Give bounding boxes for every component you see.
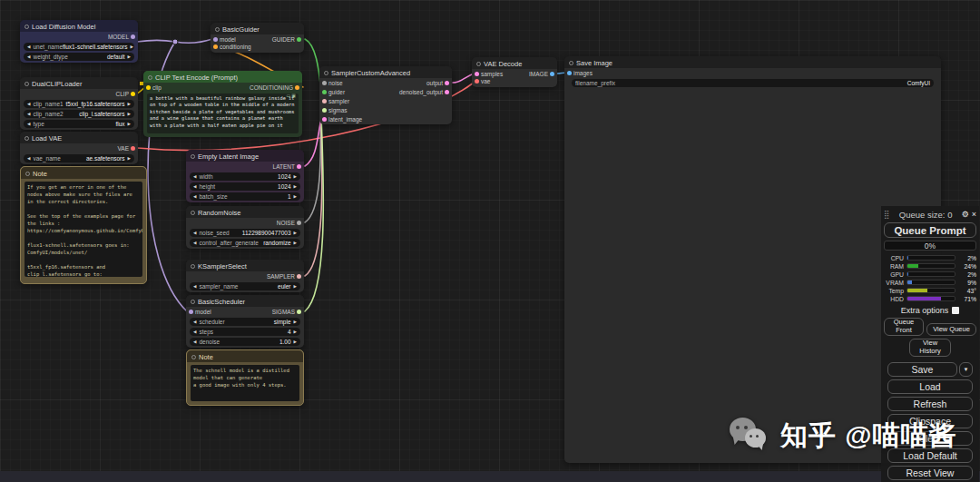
collapse-dot-icon[interactable] [324,71,328,75]
note-textarea[interactable]: The schnell model is a distilled model t… [191,365,299,401]
refresh-button[interactable]: Refresh [887,397,973,411]
increment-arrow-icon[interactable]: ▶ [131,44,133,49]
sampler-slot-dot[interactable] [322,99,327,103]
decrement-arrow-icon[interactable]: ◀ [193,330,196,334]
output-slot-vae[interactable]: VAE [117,145,135,152]
image-slot-dot[interactable] [550,72,554,76]
save-dropdown-button[interactable]: ▼ [959,362,973,377]
input-slot-noise[interactable]: noise [322,80,343,86]
collapse-dot-icon[interactable] [215,27,220,32]
queue-front-button[interactable]: Queue Front [884,318,924,336]
clear-button[interactable]: Clear [887,431,973,446]
decrement-arrow-icon[interactable]: ◀ [27,54,30,59]
decrement-arrow-icon[interactable]: ◀ [193,339,196,344]
increment-arrow-icon[interactable]: ▶ [294,339,297,344]
output-slot-output[interactable]: output [426,80,449,86]
node-title-bar[interactable]: CLIP Text Encode (Prompt) [143,71,302,83]
note-textarea[interactable]: If you get an error in one of the nodes … [24,182,142,277]
comfyui-canvas[interactable]: Load Diffusion Model MODEL ◀ unet_name f… [0,0,980,482]
collapse-dot-icon[interactable] [24,136,29,141]
decrement-arrow-icon[interactable]: ◀ [193,241,196,245]
node-note-models[interactable]: Note If you get an error in one of the n… [20,166,147,284]
input-slot-images[interactable]: images [567,70,593,76]
input-slot-samples[interactable]: samples [475,71,503,77]
node-title-bar[interactable]: Note [187,350,303,362]
clip-name2-widget[interactable]: ◀ clip_name2 clip_l.safetensors ▶ [24,110,134,118]
height-widget[interactable]: ◀ height 1024 ▶ [190,182,300,191]
input-slot-guider[interactable]: guider [322,89,345,95]
input-slot-model[interactable]: model [213,36,236,43]
clipspace-button[interactable]: Clipspace [887,414,973,428]
noise-slot-dot[interactable] [322,81,327,85]
node-dual-clip-loader[interactable]: DualCLIPLoader CLIP ◀ clip_name1 t5xxl_f… [20,77,138,130]
decrement-arrow-icon[interactable]: ◀ [27,122,30,126]
decrement-arrow-icon[interactable]: ◀ [27,102,30,106]
output-slot-dot[interactable] [445,81,449,85]
unet-name-widget[interactable]: ◀ unet_name flux1-schnell.safetensors ▶ [24,43,134,51]
input-slot-conditioning[interactable]: conditioning [213,44,251,50]
decrement-arrow-icon[interactable]: ◀ [193,184,196,189]
collapse-dot-icon[interactable] [191,264,195,269]
collapse-dot-icon[interactable] [148,75,152,80]
clip-slot-dot[interactable] [131,92,135,96]
vae-slot-dot[interactable] [131,146,135,151]
view-queue-button[interactable]: View Queue [926,323,976,336]
type-widget[interactable]: ◀ type flux ▶ [24,120,134,128]
collapse-dot-icon[interactable] [191,154,195,159]
collapse-dot-icon[interactable] [191,355,196,359]
input-slot-latent-image[interactable]: latent_image [322,116,362,123]
node-basic-guider[interactable]: BasicGuider model GUIDER conditioning [211,23,304,53]
node-title-bar[interactable]: VAE Decode [472,57,557,69]
filename-prefix-widget[interactable]: filename_prefix ComfyUI [572,79,934,87]
prompt-textarea[interactable]: a bottle with a beautiful rainbow galaxy… [147,93,299,133]
collapse-dot-icon[interactable] [191,300,195,304]
batch-size-widget[interactable]: ◀ batch_size 1 ▶ [190,192,300,201]
input-slot-vae[interactable]: vae [475,78,490,84]
reroute-dot-model[interactable] [172,39,178,44]
conditioning-slot-dot[interactable] [295,85,299,90]
decrement-arrow-icon[interactable]: ◀ [27,112,30,116]
node-title-bar[interactable]: Save Image [564,56,941,68]
node-random-noise[interactable]: RandomNoise NOISE ◀ noise_seed 112298900… [186,206,304,249]
node-title-bar[interactable]: RandomNoise [186,206,304,218]
collapse-dot-icon[interactable] [24,25,29,29]
node-empty-latent-image[interactable]: Empty Latent Image LATENT ◀ width 1024 ▶… [186,150,304,202]
denoised-output-slot-dot[interactable] [445,90,449,94]
queue-prompt-button[interactable]: Queue Prompt [884,222,976,238]
node-title-bar[interactable]: BasicGuider [211,23,304,34]
node-clip-text-encode[interactable]: CLIP Text Encode (Prompt) clip CONDITION… [143,71,302,137]
guider-slot-dot[interactable] [322,90,327,94]
sampler-slot-dot[interactable] [297,274,301,279]
output-slot-denoised-output[interactable]: denoised_output [399,89,449,95]
model-slot-dot[interactable] [189,310,193,314]
increment-arrow-icon[interactable]: ▶ [294,330,297,334]
collapse-dot-icon[interactable] [476,62,481,66]
vae-name-widget[interactable]: ◀ vae_name ae.safetensors ▶ [24,154,134,162]
node-title-bar[interactable]: SamplerCustomAdvanced [319,66,452,78]
input-slot-clip[interactable]: clip [146,84,162,91]
increment-arrow-icon[interactable]: ▶ [294,231,297,235]
increment-arrow-icon[interactable]: ▶ [128,54,131,59]
node-load-vae[interactable]: Load VAE VAE ◀ vae_name ae.safetensors ▶ [20,132,138,164]
samples-slot-dot[interactable] [475,72,479,76]
conditioning-slot-dot[interactable] [213,44,218,49]
output-slot-sampler[interactable]: SAMPLER [267,273,301,280]
model-slot-dot[interactable] [131,34,135,39]
close-icon[interactable]: × [972,210,976,219]
increment-arrow-icon[interactable]: ▶ [294,194,297,199]
decrement-arrow-icon[interactable]: ◀ [193,320,196,324]
input-slot-sampler[interactable]: sampler [322,98,349,104]
input-slot-sigmas[interactable]: sigmas [322,107,348,113]
decrement-arrow-icon[interactable]: ◀ [193,231,196,235]
increment-arrow-icon[interactable]: ▶ [294,174,297,179]
clip-slot-dot[interactable] [146,85,151,90]
increment-arrow-icon[interactable]: ▶ [294,241,297,245]
textarea-controls-icon[interactable]: ▭▣ [287,93,297,98]
weight-dtype-widget[interactable]: ◀ weight_dtype default ▶ [24,53,134,61]
save-button[interactable]: Save [887,362,957,377]
vae-slot-dot[interactable] [475,79,479,84]
node-load-diffusion-model[interactable]: Load Diffusion Model MODEL ◀ unet_name f… [20,20,138,63]
output-slot-conditioning[interactable]: CONDITIONING [250,84,299,91]
images-slot-dot[interactable] [567,71,572,75]
sigmas-slot-dot[interactable] [322,108,327,113]
